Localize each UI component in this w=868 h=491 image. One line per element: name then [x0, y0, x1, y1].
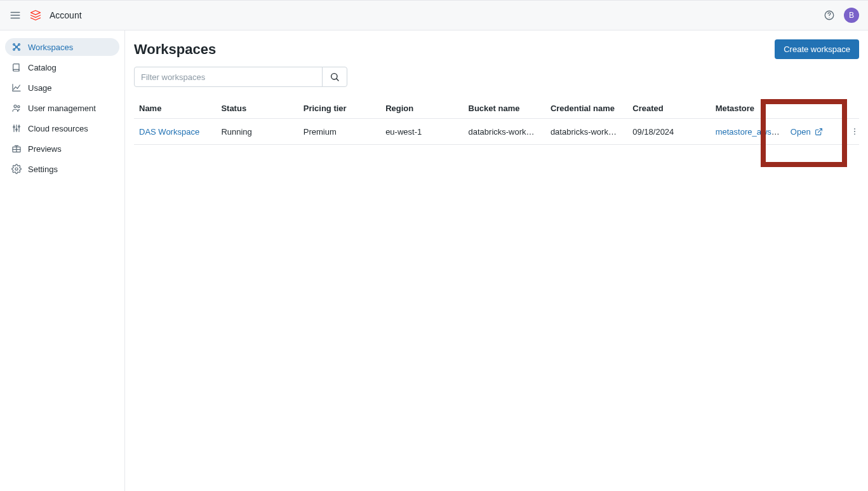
sidebar-item-previews[interactable]: Previews [5, 140, 119, 158]
cell-region: eu-west-1 [380, 119, 463, 145]
column-header-created[interactable]: Created [627, 98, 710, 119]
column-header-bucket[interactable]: Bucket name [464, 98, 545, 119]
create-workspace-button[interactable]: Create workspace [775, 39, 859, 59]
sidebar: Workspaces Catalog Usage User management… [0, 30, 125, 491]
svg-line-19 [818, 128, 822, 132]
catalog-icon [11, 62, 22, 72]
menu-toggle-button[interactable] [9, 9, 22, 22]
previews-icon [11, 144, 22, 154]
sidebar-item-label: Settings [28, 165, 58, 174]
svg-point-22 [854, 133, 855, 135]
svg-point-21 [854, 131, 855, 132]
users-icon [11, 103, 22, 113]
search-icon [330, 72, 340, 82]
column-header-region[interactable]: Region [380, 98, 463, 119]
column-header-metastore[interactable]: Metastore [711, 98, 785, 119]
open-workspace-link[interactable]: Open [791, 127, 840, 137]
help-icon [824, 10, 835, 21]
usage-icon [11, 83, 22, 93]
column-header-status[interactable]: Status [216, 98, 298, 119]
filter-workspaces-input[interactable] [134, 67, 323, 87]
cell-credential: databricks-work… [545, 119, 627, 145]
more-vertical-icon [850, 127, 859, 136]
cell-created: 09/18/2024 [627, 119, 710, 145]
sidebar-item-label: Previews [28, 144, 62, 154]
metastore-link[interactable]: metastore_aws_… [716, 127, 784, 137]
table-row: DAS Workspace Running Premium eu-west-1 … [134, 119, 859, 145]
databricks-logo-icon [29, 9, 42, 22]
main-content: Workspaces Create workspace Name Status … [125, 30, 868, 491]
sidebar-item-user-management[interactable]: User management [5, 99, 119, 117]
svg-point-4 [829, 17, 829, 18]
svg-line-18 [337, 79, 338, 81]
sidebar-item-label: Workspaces [28, 43, 73, 52]
search-button[interactable] [322, 67, 347, 87]
app-title: Account [50, 10, 82, 20]
workspaces-icon [11, 42, 22, 52]
cell-status: Running [216, 119, 298, 145]
avatar-initial: B [849, 11, 854, 20]
svg-point-20 [854, 128, 855, 130]
row-more-button[interactable] [850, 125, 859, 138]
hamburger-icon [10, 10, 21, 21]
cell-bucket: databricks-work… [464, 119, 545, 145]
sidebar-item-cloud-resources[interactable]: Cloud resources [5, 119, 119, 137]
open-label: Open [791, 127, 811, 137]
svg-point-11 [18, 105, 20, 107]
sidebar-item-label: User management [28, 104, 96, 113]
sidebar-item-settings[interactable]: Settings [5, 160, 119, 178]
page-title: Workspaces [134, 41, 216, 58]
cell-tier: Premium [298, 119, 380, 145]
sidebar-item-workspaces[interactable]: Workspaces [5, 38, 119, 56]
help-button[interactable] [822, 8, 836, 22]
gear-icon [11, 164, 22, 174]
column-header-pricing-tier[interactable]: Pricing tier [298, 98, 380, 119]
sidebar-item-label: Usage [28, 83, 52, 93]
cloud-resources-icon [11, 123, 22, 133]
svg-point-10 [14, 105, 17, 107]
sidebar-item-catalog[interactable]: Catalog [5, 58, 119, 76]
column-header-name[interactable]: Name [134, 98, 216, 119]
column-header-credential[interactable]: Credential name [545, 98, 627, 119]
workspace-name-link[interactable]: DAS Workspace [139, 127, 199, 137]
user-avatar[interactable]: B [844, 8, 859, 23]
workspaces-table: Name Status Pricing tier Region Bucket n… [134, 98, 859, 145]
svg-point-16 [15, 168, 18, 170]
top-bar: Account B [0, 0, 868, 30]
sidebar-item-label: Catalog [28, 63, 57, 72]
external-link-icon [815, 127, 824, 136]
sidebar-item-label: Cloud resources [28, 124, 88, 133]
sidebar-item-usage[interactable]: Usage [5, 79, 119, 97]
